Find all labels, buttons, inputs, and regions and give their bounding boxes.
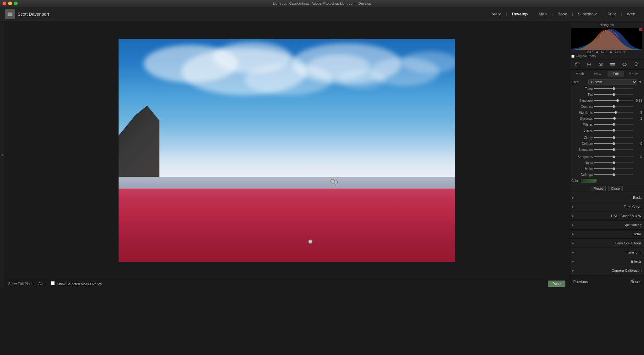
- temp-slider[interactable]: [594, 88, 633, 89]
- mask-tab[interactable]: Mask: [571, 71, 588, 77]
- saturation-slider[interactable]: [594, 149, 633, 150]
- hist-g-value: 67.3: [601, 50, 607, 54]
- canvas-area: Show Edit Pins : Auto Show Selected Mask…: [4, 21, 569, 288]
- nav-library[interactable]: Library: [485, 10, 505, 18]
- defringe-slider[interactable]: [594, 174, 633, 175]
- close-button[interactable]: Close: [608, 186, 623, 191]
- split-toning-section-header[interactable]: ▶ Split Toning: [569, 221, 644, 229]
- split-toning-arrow-icon: ▶: [572, 223, 574, 227]
- shadows-value: 2: [635, 117, 642, 120]
- panel-reset-button[interactable]: Reset: [630, 280, 640, 284]
- mask-pin-3[interactable]: [308, 239, 313, 244]
- show-edit-pins-value[interactable]: Auto: [38, 282, 46, 286]
- basic-section: ▶ Basic: [569, 193, 644, 202]
- nav-web[interactable]: Web: [623, 10, 639, 18]
- nav-book[interactable]: Book: [554, 10, 571, 18]
- camera-calibration-section: ▶ Camera Calibration: [569, 266, 644, 275]
- new-tab[interactable]: New: [589, 71, 606, 77]
- show-edit-pins-label: Show Edit Pins :: [8, 282, 33, 286]
- highlights-row: Highlights 5: [571, 110, 642, 115]
- hist-div2: ◆: [610, 50, 612, 54]
- nav-map[interactable]: Map: [535, 10, 550, 18]
- effect-menu-icon[interactable]: ▼: [638, 80, 642, 84]
- original-photo-check[interactable]: Original Photo: [571, 54, 642, 58]
- lens-corrections-header[interactable]: ▶ Lens Corrections: [569, 239, 644, 248]
- tool-icons-row: [569, 59, 644, 70]
- show-mask-overlay-label[interactable]: Show Selected Mask Overlay: [51, 281, 102, 286]
- mask-pin-2[interactable]: [330, 179, 335, 183]
- previous-button[interactable]: Previous: [573, 280, 588, 284]
- minimize-window-button[interactable]: [8, 2, 12, 5]
- svg-point-14: [635, 63, 637, 65]
- content-area: ◀: [0, 21, 644, 288]
- moire-slider[interactable]: [594, 168, 633, 169]
- dehaze-row: Dehaze 0: [571, 141, 642, 146]
- close-window-button[interactable]: [3, 2, 6, 5]
- window-controls: [3, 2, 18, 5]
- tint-label: Tint: [571, 93, 593, 96]
- reset-button[interactable]: Reset: [591, 186, 606, 191]
- spot-removal-icon[interactable]: [586, 61, 592, 68]
- transform-arrow-icon: ▶: [572, 251, 574, 254]
- original-photo-checkbox[interactable]: [571, 55, 575, 58]
- lens-corrections-arrow-icon: ▶: [572, 242, 574, 245]
- histogram-canvas: [571, 28, 642, 50]
- hist-r-value: 64.8: [587, 50, 593, 54]
- effect-dropdown[interactable]: Custom: [588, 79, 637, 85]
- app-title: Scott Davenport: [18, 12, 49, 17]
- maximize-window-button[interactable]: [14, 2, 18, 5]
- edit-tab[interactable]: Edit: [608, 71, 624, 77]
- exposure-slider[interactable]: [594, 100, 633, 101]
- split-toning-section: ▶ Split Toning: [569, 221, 644, 230]
- basic-section-header[interactable]: ▶ Basic: [569, 193, 644, 202]
- color-swatch[interactable]: [581, 179, 597, 183]
- exposure-row: Exposure 0.33: [571, 98, 642, 103]
- titlebar: Lightroom Catalog.lrcat - Adobe Photosho…: [0, 0, 644, 7]
- photo-sand: [119, 188, 455, 262]
- nav-slideshow[interactable]: Slideshow: [574, 10, 600, 18]
- hist-percent: %: [623, 50, 626, 54]
- left-panel-toggle[interactable]: ◀: [0, 21, 4, 288]
- svg-rect-15: [636, 65, 637, 66]
- tone-curve-section-title: Tone Curve: [624, 205, 641, 209]
- tone-curve-section-header[interactable]: ▶ Tone Curve: [569, 202, 644, 211]
- clarity-label: Clarity: [571, 136, 593, 139]
- saturation-label: Saturation: [571, 148, 593, 151]
- nav-links: Library | Develop | Map | Book | Slidesh…: [485, 10, 639, 18]
- redeye-icon[interactable]: [597, 61, 604, 68]
- detail-section-header[interactable]: ▶ Detail: [569, 230, 644, 238]
- camera-calibration-arrow-icon: ▶: [572, 269, 574, 272]
- adjustment-brush-icon[interactable]: [633, 61, 640, 68]
- mask-tabs: Mask New Edit Brush: [569, 70, 644, 78]
- noise-slider[interactable]: [594, 162, 633, 163]
- hsl-section-header[interactable]: ▶ HSL / Color / B & W: [569, 211, 644, 220]
- color-row: Color: [571, 179, 642, 183]
- radial-filter-icon[interactable]: [621, 61, 628, 68]
- transform-section-header[interactable]: ▶ Transform: [569, 248, 644, 257]
- blacks-slider[interactable]: [594, 130, 633, 131]
- tint-slider[interactable]: [594, 94, 633, 95]
- effects-section-header[interactable]: ▶ Effects: [569, 257, 644, 266]
- dehaze-slider[interactable]: [594, 143, 633, 144]
- camera-calibration-header[interactable]: ▶ Camera Calibration: [569, 266, 644, 275]
- blacks-row: Blacks: [571, 128, 642, 133]
- contrast-slider[interactable]: [594, 106, 633, 107]
- shadows-slider[interactable]: [594, 118, 633, 119]
- brush-tab[interactable]: Brush: [625, 71, 642, 77]
- show-mask-overlay-checkbox[interactable]: [51, 281, 55, 285]
- nav-print[interactable]: Print: [604, 10, 620, 18]
- sharpness-slider[interactable]: [594, 156, 633, 157]
- whites-slider[interactable]: [594, 124, 633, 125]
- nav-develop[interactable]: Develop: [508, 10, 532, 18]
- gradient-filter-icon[interactable]: [609, 61, 616, 68]
- done-button[interactable]: Done: [548, 281, 565, 287]
- transform-section-title: Transform: [626, 250, 641, 254]
- defringe-label: Defringe: [571, 173, 593, 177]
- highlights-slider[interactable]: [594, 112, 633, 113]
- clarity-slider[interactable]: [594, 137, 633, 138]
- svg-rect-1: [8, 13, 12, 16]
- crop-tool-icon[interactable]: [574, 61, 581, 68]
- adjustment-panel: Effect Custom ▼ Temp Tint: [569, 78, 644, 184]
- effects-section: ▶ Effects: [569, 257, 644, 266]
- tone-curve-arrow-icon: ▶: [572, 205, 574, 208]
